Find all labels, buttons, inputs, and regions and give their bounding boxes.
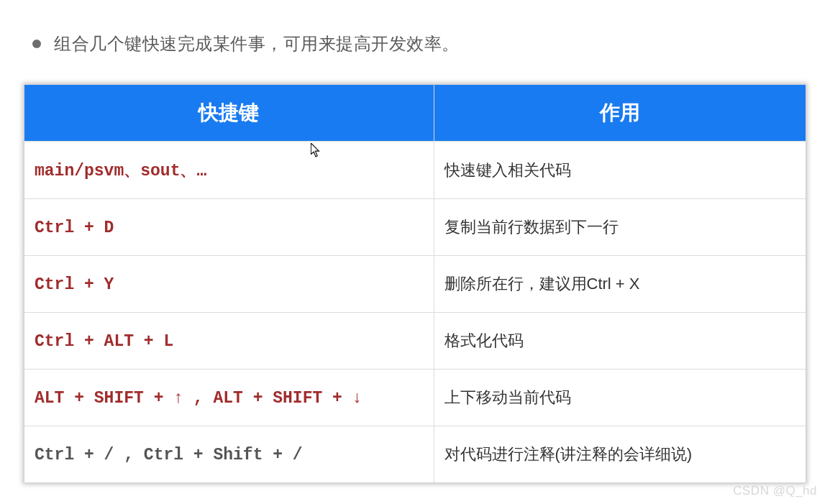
table-header-row: 快捷键 作用 — [24, 85, 806, 142]
shortcut-text: Ctrl + Y — [35, 275, 114, 294]
bullet-text: 组合几个键快速完成某件事，可用来提高开发效率。 — [54, 32, 460, 55]
cell-purpose: 快速键入相关代码 — [434, 142, 806, 199]
cell-purpose: 上下移动当前代码 — [434, 370, 806, 426]
shortcut-text: Ctrl + / , Ctrl + Shift + / — [35, 446, 303, 464]
cell-shortcut: Ctrl + ALT + L — [24, 313, 434, 370]
watermark: CSDN @Q_hd — [733, 484, 817, 498]
table-row: Ctrl + Y删除所在行，建议用Ctrl + X — [24, 256, 806, 313]
cell-purpose: 删除所在行，建议用Ctrl + X — [434, 256, 806, 313]
bullet-dot-icon — [32, 40, 41, 48]
cell-shortcut: ALT + SHIFT + ↑ , ALT + SHIFT + ↓ — [24, 370, 434, 426]
cell-shortcut: main/psvm、sout、… — [24, 142, 434, 199]
cell-purpose: 格式化代码 — [434, 313, 806, 370]
shortcut-text: ALT + SHIFT + ↑ , ALT + SHIFT + ↓ — [35, 389, 362, 408]
header-purpose: 作用 — [434, 85, 806, 142]
table-row: Ctrl + D复制当前行数据到下一行 — [24, 199, 806, 256]
header-shortcut: 快捷键 — [24, 85, 434, 142]
table-row: Ctrl + / , Ctrl + Shift + /对代码进行注释(讲注释的会… — [24, 426, 806, 483]
table-row: main/psvm、sout、…快速键入相关代码 — [24, 142, 806, 199]
table-row: ALT + SHIFT + ↑ , ALT + SHIFT + ↓上下移动当前代… — [24, 370, 806, 426]
table-row: Ctrl + ALT + L格式化代码 — [24, 313, 806, 370]
shortcut-text: main/psvm、sout、… — [35, 162, 206, 180]
cell-purpose: 复制当前行数据到下一行 — [434, 199, 806, 256]
shortcuts-table: 快捷键 作用 main/psvm、sout、…快速键入相关代码Ctrl + D复… — [24, 85, 806, 482]
shortcuts-table-wrap: 快捷键 作用 main/psvm、sout、…快速键入相关代码Ctrl + D复… — [24, 85, 806, 482]
shortcut-text: Ctrl + ALT + L — [35, 332, 173, 351]
cell-shortcut: Ctrl + D — [24, 199, 434, 256]
cell-shortcut: Ctrl + Y — [24, 256, 434, 313]
bullet-row: 组合几个键快速完成某件事，可用来提高开发效率。 — [32, 32, 460, 55]
shortcut-text: Ctrl + D — [35, 219, 114, 237]
cell-purpose: 对代码进行注释(讲注释的会详细说) — [434, 426, 806, 483]
cell-shortcut: Ctrl + / , Ctrl + Shift + / — [24, 426, 434, 483]
